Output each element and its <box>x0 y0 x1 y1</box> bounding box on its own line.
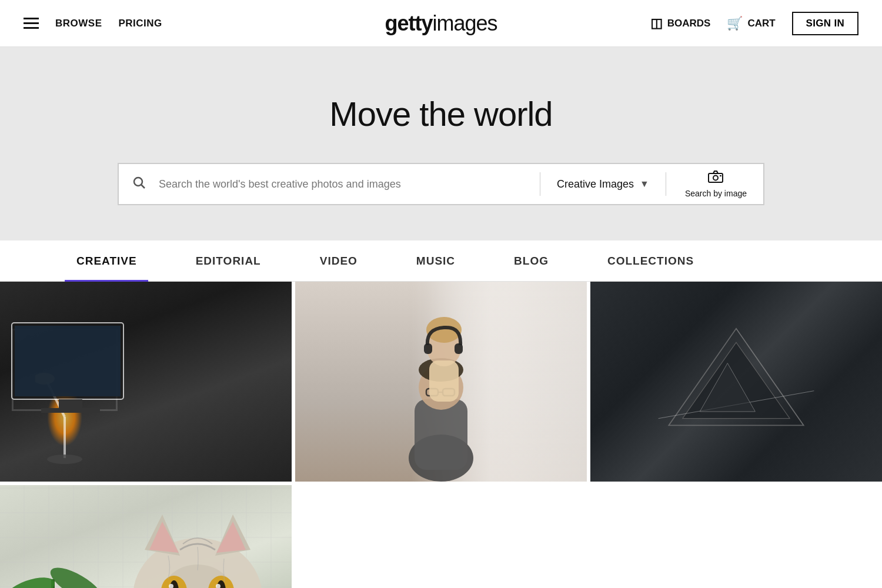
svg-point-0 <box>134 178 142 186</box>
camera-icon <box>708 170 723 186</box>
image-dark-workspace[interactable] <box>0 282 292 482</box>
svg-rect-10 <box>15 326 121 396</box>
svg-line-1 <box>142 185 145 189</box>
boards-icon: ◫ <box>650 16 663 31</box>
image-triangles[interactable] <box>590 282 882 482</box>
tab-music[interactable]: MUSIC <box>387 240 485 282</box>
search-by-image-label: Search by image <box>685 189 747 198</box>
tab-editorial[interactable]: EDITORIAL <box>166 240 290 282</box>
cart-label: CART <box>747 18 775 29</box>
sign-in-button[interactable]: SIGN IN <box>792 12 858 35</box>
tab-collections[interactable]: COLLECTIONS <box>578 240 723 282</box>
svg-rect-4 <box>720 175 721 176</box>
header-right: ◫ BOARDS 🛒 CART SIGN IN <box>650 12 858 35</box>
logo-part1: getty <box>385 11 432 35</box>
svg-point-33 <box>6 572 58 588</box>
hamburger-menu[interactable] <box>24 18 39 29</box>
search-type-dropdown[interactable]: Creative Images ▼ <box>543 178 663 191</box>
svg-rect-2 <box>709 173 723 182</box>
browse-link[interactable]: BROWSE <box>55 18 102 29</box>
svg-rect-11 <box>59 399 82 408</box>
logo-part2: images <box>432 11 497 35</box>
svg-rect-12 <box>41 408 100 413</box>
header: BROWSE PRICING gettyimages ◫ BOARDS 🛒 CA… <box>0 0 882 47</box>
svg-rect-22 <box>429 360 459 402</box>
site-logo[interactable]: gettyimages <box>385 11 497 36</box>
image-cat[interactable] <box>0 485 292 588</box>
search-input[interactable] <box>159 178 537 191</box>
svg-point-3 <box>713 176 718 181</box>
svg-point-8 <box>47 455 82 464</box>
boards-link[interactable]: ◫ BOARDS <box>650 16 711 31</box>
search-divider <box>540 172 540 196</box>
hero-title: Move the world <box>329 94 552 133</box>
boards-label: BOARDS <box>667 18 711 29</box>
search-bar: Creative Images ▼ Search by image <box>118 163 764 205</box>
pricing-link[interactable]: PRICING <box>119 18 162 29</box>
search-type-label: Creative Images <box>557 178 634 191</box>
search-icon <box>119 175 159 193</box>
tab-blog[interactable]: BLOG <box>485 240 578 282</box>
image-grid <box>0 282 882 588</box>
cart-link[interactable]: 🛒 CART <box>727 16 775 31</box>
triangle-decoration <box>654 322 818 442</box>
content-nav-tabs: CREATIVE EDITORIAL VIDEO MUSIC BLOG COLL… <box>0 240 882 282</box>
search-by-image-button[interactable]: Search by image <box>669 170 763 198</box>
svg-rect-23 <box>424 343 432 354</box>
svg-point-34 <box>46 561 108 588</box>
header-left: BROWSE PRICING <box>24 18 162 29</box>
cart-icon: 🛒 <box>727 16 743 31</box>
search-divider2 <box>666 172 666 196</box>
tab-creative[interactable]: CREATIVE <box>47 240 166 282</box>
hero-section: Move the world Creative Images ▼ <box>0 47 882 240</box>
image-dad-child[interactable] <box>295 282 587 482</box>
tab-video[interactable]: VIDEO <box>290 240 387 282</box>
chevron-down-icon: ▼ <box>640 179 649 189</box>
svg-rect-24 <box>455 343 463 354</box>
